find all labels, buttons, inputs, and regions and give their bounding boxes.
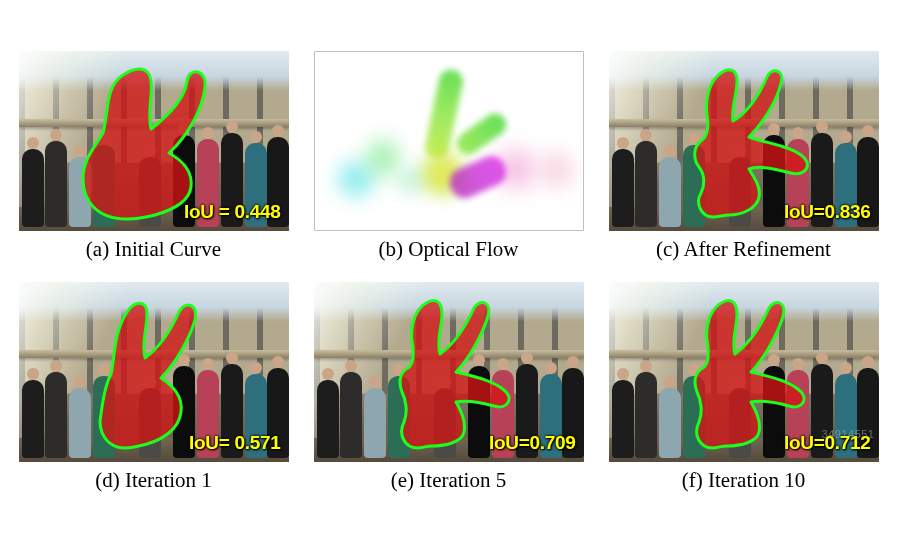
- caption-d: (d) Iteration 1: [95, 468, 212, 493]
- iou-label: IoU = 0.448: [184, 201, 281, 223]
- caption-a: (a) Initial Curve: [86, 237, 221, 262]
- panel-iteration-10: IoU=0.712 34914551: [609, 282, 879, 462]
- caption-c: (c) After Refinement: [656, 237, 831, 262]
- caption-f: (f) Iteration 10: [682, 468, 806, 493]
- figure-root: IoU = 0.448 (a) Initial Curve (b) Optica…: [18, 51, 879, 493]
- figure-grid: IoU = 0.448 (a) Initial Curve (b) Optica…: [18, 51, 879, 493]
- cell-e: IoU=0.709 (e) Iteration 5: [313, 282, 584, 493]
- panel-initial-curve: IoU = 0.448: [19, 51, 289, 231]
- watermark-text: 34914551: [822, 428, 875, 440]
- panel-iteration-5: IoU=0.709: [314, 282, 584, 462]
- iou-label: IoU=0.709: [489, 432, 576, 454]
- iou-label: IoU=0.836: [784, 201, 871, 223]
- flow-blob: [534, 137, 578, 203]
- panel-after-refinement: IoU=0.836: [609, 51, 879, 231]
- caption-e: (e) Iteration 5: [391, 468, 506, 493]
- panel-iteration-1: IoU= 0.571: [19, 282, 289, 462]
- cell-d: IoU= 0.571 (d) Iteration 1: [18, 282, 289, 493]
- cell-c: IoU=0.836 (c) After Refinement: [608, 51, 879, 262]
- cell-b: (b) Optical Flow: [313, 51, 584, 262]
- cell-a: IoU = 0.448 (a) Initial Curve: [18, 51, 289, 262]
- cell-f: IoU=0.712 34914551 (f) Iteration 10: [608, 282, 879, 493]
- caption-b: (b) Optical Flow: [379, 237, 519, 262]
- iou-label: IoU= 0.571: [189, 432, 281, 454]
- panel-optical-flow: [314, 51, 584, 231]
